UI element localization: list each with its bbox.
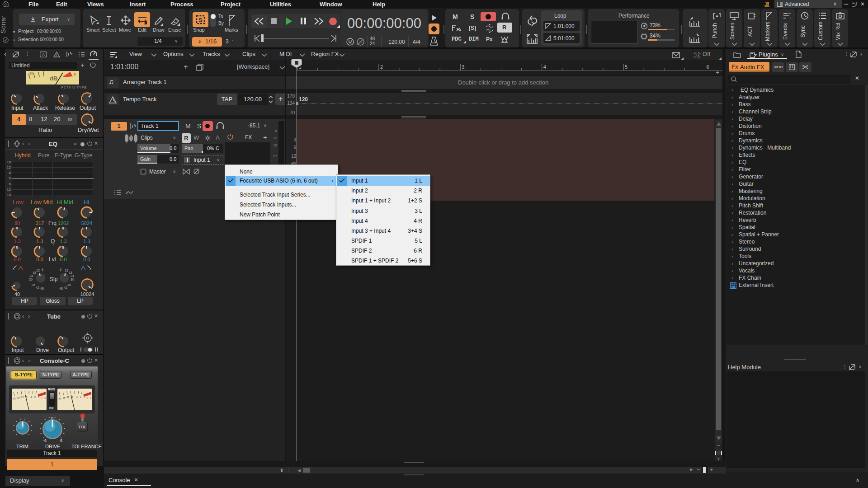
svg-text:6: 6 bbox=[707, 64, 709, 70]
svg-text:3: 3 bbox=[74, 72, 76, 76]
svg-text:20: 20 bbox=[29, 72, 33, 75]
svg-text:2: 2 bbox=[380, 64, 383, 70]
svg-text:0: 0 bbox=[80, 395, 81, 398]
svg-text:-18: -18 bbox=[62, 396, 65, 399]
svg-text:1: 1 bbox=[38, 396, 39, 399]
svg-text:FX: FX bbox=[731, 286, 735, 288]
svg-text:A: A bbox=[42, 52, 45, 57]
svg-text:dB: dB bbox=[50, 75, 57, 82]
svg-text:3: 3 bbox=[44, 397, 46, 399]
svg-text:-3: -3 bbox=[30, 395, 32, 398]
svg-text:4: 4 bbox=[543, 64, 546, 70]
svg-text:-30: -30 bbox=[12, 397, 15, 400]
svg-text:0: 0 bbox=[34, 395, 36, 398]
svg-text:-12: -12 bbox=[66, 396, 69, 399]
svg-text:3: 3 bbox=[90, 397, 91, 399]
svg-text:5: 5 bbox=[625, 64, 627, 70]
svg-text:2: 2 bbox=[41, 396, 42, 399]
svg-text:-30: -30 bbox=[58, 397, 61, 400]
svg-text:-3: -3 bbox=[75, 395, 78, 398]
svg-text:-18: -18 bbox=[16, 396, 19, 399]
svg-text:2: 2 bbox=[87, 396, 88, 399]
svg-text:+: + bbox=[716, 69, 719, 76]
svg-text:3: 3 bbox=[462, 64, 464, 70]
svg-text:1: 1 bbox=[84, 396, 85, 399]
svg-text:-12: -12 bbox=[20, 396, 24, 399]
